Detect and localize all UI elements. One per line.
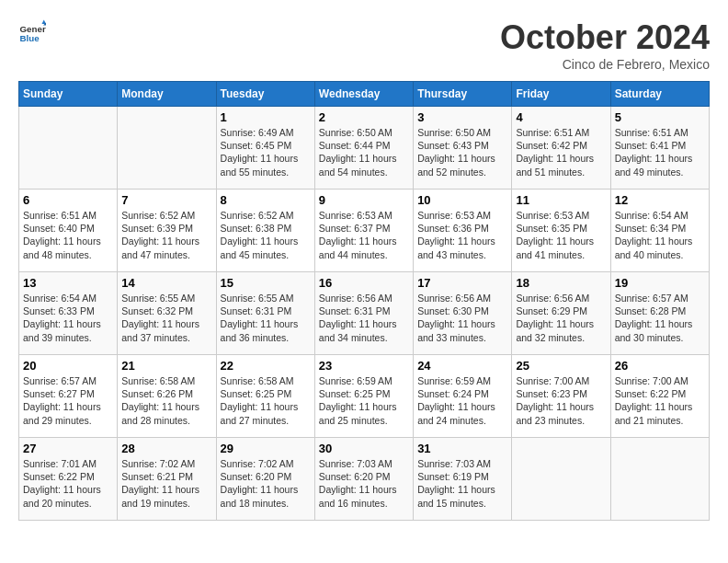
day-info: Sunrise: 6:52 AMSunset: 6:39 PMDaylight:…: [121, 209, 211, 261]
day-number: 9: [319, 193, 409, 207]
day-info: Sunrise: 6:53 AMSunset: 6:37 PMDaylight:…: [319, 209, 409, 261]
day-number: 5: [615, 110, 705, 124]
calendar-day-cell: 17Sunrise: 6:56 AMSunset: 6:30 PMDayligh…: [414, 272, 512, 355]
calendar-day-cell: 15Sunrise: 6:55 AMSunset: 6:31 PMDayligh…: [216, 272, 314, 355]
day-number: 22: [221, 359, 311, 373]
day-number: 12: [615, 193, 705, 207]
day-info: Sunrise: 6:49 AMSunset: 6:45 PMDaylight:…: [221, 126, 311, 178]
calendar-day-cell: 31Sunrise: 7:03 AMSunset: 6:19 PMDayligh…: [414, 438, 512, 521]
day-number: 3: [417, 110, 507, 124]
day-number: 14: [121, 276, 211, 290]
calendar-day-cell: 22Sunrise: 6:58 AMSunset: 6:25 PMDayligh…: [216, 355, 314, 438]
day-info: Sunrise: 6:59 AMSunset: 6:24 PMDaylight:…: [417, 374, 507, 427]
calendar-day-cell: 10Sunrise: 6:53 AMSunset: 6:36 PMDayligh…: [414, 190, 512, 272]
day-number: 1: [221, 110, 311, 124]
calendar-day-cell: [512, 438, 610, 521]
day-number: 29: [221, 442, 311, 455]
day-number: 2: [319, 110, 409, 124]
day-info: Sunrise: 6:52 AMSunset: 6:38 PMDaylight:…: [221, 209, 311, 261]
day-info: Sunrise: 6:51 AMSunset: 6:42 PMDaylight:…: [516, 126, 606, 178]
day-number: 19: [615, 276, 705, 290]
day-info: Sunrise: 6:54 AMSunset: 6:34 PMDaylight:…: [615, 209, 705, 261]
day-number: 4: [516, 110, 606, 124]
calendar-day-cell: [118, 107, 216, 190]
page-header: General Blue October 2024 Cinco de Febre…: [18, 18, 710, 72]
calendar-day-cell: 7Sunrise: 6:52 AMSunset: 6:39 PMDaylight…: [118, 190, 216, 272]
calendar-day-cell: 16Sunrise: 6:56 AMSunset: 6:31 PMDayligh…: [314, 272, 413, 355]
day-number: 7: [121, 193, 211, 207]
day-number: 24: [417, 359, 507, 373]
day-info: Sunrise: 6:55 AMSunset: 6:32 PMDaylight:…: [121, 292, 211, 344]
day-number: 30: [319, 442, 409, 455]
calendar-day-cell: 6Sunrise: 6:51 AMSunset: 6:40 PMDaylight…: [19, 190, 118, 272]
day-number: 8: [221, 193, 311, 207]
calendar-week-row: 20Sunrise: 6:57 AMSunset: 6:27 PMDayligh…: [19, 355, 710, 438]
calendar-day-cell: 20Sunrise: 6:57 AMSunset: 6:27 PMDayligh…: [19, 355, 118, 438]
calendar-day-cell: 18Sunrise: 6:56 AMSunset: 6:29 PMDayligh…: [512, 272, 610, 355]
calendar-day-cell: 13Sunrise: 6:54 AMSunset: 6:33 PMDayligh…: [19, 272, 118, 355]
calendar-day-cell: 25Sunrise: 7:00 AMSunset: 6:23 PMDayligh…: [512, 355, 610, 438]
day-number: 10: [417, 193, 507, 207]
calendar-week-row: 1Sunrise: 6:49 AMSunset: 6:45 PMDaylight…: [19, 107, 710, 190]
day-number: 6: [23, 193, 113, 207]
day-info: Sunrise: 7:01 AMSunset: 6:22 PMDaylight:…: [23, 457, 113, 510]
day-info: Sunrise: 6:56 AMSunset: 6:31 PMDaylight:…: [319, 292, 409, 344]
month-title: October 2024: [500, 18, 710, 57]
logo-icon: General Blue: [18, 18, 46, 46]
day-info: Sunrise: 6:55 AMSunset: 6:31 PMDaylight:…: [221, 292, 311, 344]
calendar-week-row: 27Sunrise: 7:01 AMSunset: 6:22 PMDayligh…: [19, 438, 710, 521]
day-info: Sunrise: 6:50 AMSunset: 6:43 PMDaylight:…: [417, 126, 507, 178]
day-info: Sunrise: 6:59 AMSunset: 6:25 PMDaylight:…: [319, 374, 409, 427]
day-info: Sunrise: 6:56 AMSunset: 6:30 PMDaylight:…: [417, 292, 507, 344]
day-number: 26: [615, 359, 705, 373]
calendar-day-cell: [610, 438, 709, 521]
calendar-day-cell: 8Sunrise: 6:52 AMSunset: 6:38 PMDaylight…: [216, 190, 314, 272]
day-number: 11: [516, 193, 606, 207]
day-info: Sunrise: 6:53 AMSunset: 6:35 PMDaylight:…: [516, 209, 606, 261]
calendar-day-cell: [19, 107, 118, 190]
svg-text:Blue: Blue: [20, 33, 40, 43]
day-number: 15: [221, 276, 311, 290]
day-info: Sunrise: 6:53 AMSunset: 6:36 PMDaylight:…: [417, 209, 507, 261]
day-info: Sunrise: 7:02 AMSunset: 6:21 PMDaylight:…: [121, 457, 211, 510]
day-number: 23: [319, 359, 409, 373]
weekday-header: Monday: [118, 82, 216, 107]
day-number: 21: [121, 359, 211, 373]
day-number: 20: [23, 359, 113, 373]
calendar-day-cell: 14Sunrise: 6:55 AMSunset: 6:32 PMDayligh…: [118, 272, 216, 355]
calendar-table: SundayMondayTuesdayWednesdayThursdayFrid…: [18, 81, 710, 521]
calendar-day-cell: 28Sunrise: 7:02 AMSunset: 6:21 PMDayligh…: [118, 438, 216, 521]
day-number: 28: [121, 442, 211, 455]
day-info: Sunrise: 6:57 AMSunset: 6:28 PMDaylight:…: [615, 292, 705, 344]
day-info: Sunrise: 7:03 AMSunset: 6:20 PMDaylight:…: [319, 457, 409, 510]
calendar-day-cell: 27Sunrise: 7:01 AMSunset: 6:22 PMDayligh…: [19, 438, 118, 521]
calendar-day-cell: 29Sunrise: 7:02 AMSunset: 6:20 PMDayligh…: [216, 438, 314, 521]
weekday-header: Wednesday: [314, 82, 413, 107]
day-info: Sunrise: 7:03 AMSunset: 6:19 PMDaylight:…: [417, 457, 507, 510]
calendar-day-cell: 12Sunrise: 6:54 AMSunset: 6:34 PMDayligh…: [610, 190, 709, 272]
calendar-day-cell: 11Sunrise: 6:53 AMSunset: 6:35 PMDayligh…: [512, 190, 610, 272]
day-info: Sunrise: 7:00 AMSunset: 6:23 PMDaylight:…: [516, 374, 606, 427]
calendar-day-cell: 2Sunrise: 6:50 AMSunset: 6:44 PMDaylight…: [314, 107, 413, 190]
weekday-header: Tuesday: [216, 82, 314, 107]
day-number: 25: [516, 359, 606, 373]
day-info: Sunrise: 7:00 AMSunset: 6:22 PMDaylight:…: [615, 374, 705, 427]
calendar-day-cell: 5Sunrise: 6:51 AMSunset: 6:41 PMDaylight…: [610, 107, 709, 190]
day-info: Sunrise: 6:51 AMSunset: 6:41 PMDaylight:…: [615, 126, 705, 178]
calendar-day-cell: 3Sunrise: 6:50 AMSunset: 6:43 PMDaylight…: [414, 107, 512, 190]
day-number: 17: [417, 276, 507, 290]
day-number: 31: [417, 442, 507, 455]
day-info: Sunrise: 7:02 AMSunset: 6:20 PMDaylight:…: [221, 457, 311, 510]
calendar-day-cell: 26Sunrise: 7:00 AMSunset: 6:22 PMDayligh…: [610, 355, 709, 438]
location-subtitle: Cinco de Febrero, Mexico: [500, 57, 710, 72]
weekday-header-row: SundayMondayTuesdayWednesdayThursdayFrid…: [19, 82, 710, 107]
calendar-day-cell: 9Sunrise: 6:53 AMSunset: 6:37 PMDaylight…: [314, 190, 413, 272]
day-info: Sunrise: 6:56 AMSunset: 6:29 PMDaylight:…: [516, 292, 606, 344]
calendar-week-row: 6Sunrise: 6:51 AMSunset: 6:40 PMDaylight…: [19, 190, 710, 272]
title-block: October 2024 Cinco de Febrero, Mexico: [500, 18, 710, 72]
weekday-header: Saturday: [610, 82, 709, 107]
calendar-day-cell: 23Sunrise: 6:59 AMSunset: 6:25 PMDayligh…: [314, 355, 413, 438]
day-info: Sunrise: 6:54 AMSunset: 6:33 PMDaylight:…: [23, 292, 113, 344]
day-number: 13: [23, 276, 113, 290]
day-info: Sunrise: 6:51 AMSunset: 6:40 PMDaylight:…: [23, 209, 113, 261]
